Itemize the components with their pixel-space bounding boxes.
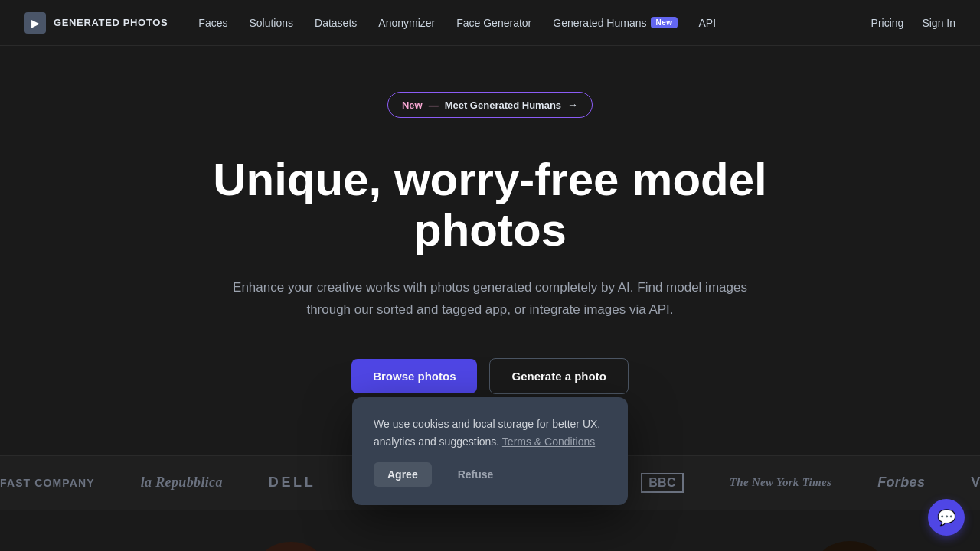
nav-item-face-generator[interactable]: Face Generator [456, 17, 531, 29]
hero-subtitle: Enhance your creative works with photos … [230, 277, 750, 321]
navbar: ▶ GENERATED PHOTOS Faces Solutions Datas… [0, 0, 980, 46]
announcement-prefix: New [402, 99, 423, 111]
announcement-text: Meet Generated Humans [445, 99, 561, 111]
brand-logo[interactable]: ▶ GENERATED PHOTOS [24, 12, 168, 34]
browse-photos-button[interactable]: Browse photos [351, 359, 477, 393]
cookie-agree-button[interactable]: Agree [374, 462, 432, 487]
announcement-dash: — [429, 99, 439, 111]
nav-item-solutions[interactable]: Solutions [249, 17, 293, 29]
chat-button[interactable]: 💬 [928, 499, 965, 536]
new-badge: New [651, 17, 677, 28]
nav-pricing[interactable]: Pricing [871, 17, 904, 29]
announcement-banner[interactable]: New — Meet Generated Humans → [387, 92, 593, 118]
announcement-arrow-icon: → [567, 99, 578, 111]
cookie-terms-link[interactable]: Terms & Conditions [502, 435, 595, 448]
cookie-message: We use cookies and local storage for bet… [374, 416, 606, 450]
logo-dell: DELL [269, 474, 315, 491]
logo-bbc: BBC [641, 473, 684, 493]
svg-point-4 [259, 542, 323, 551]
nav-item-anonymizer[interactable]: Anonymizer [378, 17, 435, 29]
generate-photo-button[interactable]: Generate a photo [489, 358, 628, 394]
nav-signin[interactable]: Sign In [922, 17, 956, 29]
logo-forbes: Forbes [877, 474, 925, 491]
hero-title: Unique, worry-free model photos [145, 155, 835, 256]
cookie-buttons: Agree Refuse [374, 462, 606, 487]
face-right [773, 523, 926, 551]
nav-item-datasets[interactable]: Datasets [315, 17, 357, 29]
bottom-faces-section [0, 510, 980, 551]
logo-vice: VICE [971, 474, 980, 491]
nav-item-api[interactable]: API [699, 17, 717, 29]
chat-icon: 💬 [937, 508, 956, 527]
face-left [214, 523, 368, 551]
logo-fast-company: FAST COMPANY [0, 477, 95, 489]
logo-la-repubblica: la Repubblica [141, 474, 223, 491]
hero-buttons: Browse photos Generate a photo [351, 358, 629, 394]
logo-icon: ▶ [24, 12, 46, 34]
cookie-banner: We use cookies and local storage for bet… [352, 397, 628, 505]
cookie-refuse-button[interactable]: Refuse [444, 462, 508, 487]
nav-links: Faces Solutions Datasets Anonymizer Face… [198, 17, 871, 29]
nav-item-generated-humans[interactable]: Generated Humans New [553, 17, 677, 29]
nav-right: Pricing Sign In [871, 17, 956, 29]
nav-item-faces[interactable]: Faces [198, 17, 227, 29]
hero-section: New — Meet Generated Humans → Unique, wo… [0, 46, 980, 425]
svg-point-10 [818, 541, 882, 551]
logo-nyt: The New York Times [730, 476, 831, 489]
logo-text: GENERATED PHOTOS [54, 17, 168, 28]
